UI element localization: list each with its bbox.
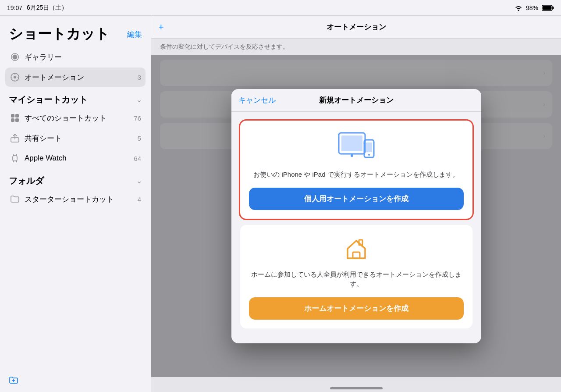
- starter-folder-icon: [10, 194, 20, 204]
- folders-nav: スターターショートカット 4: [0, 189, 151, 210]
- device-icon: [337, 131, 376, 164]
- subtitle-text: 条件の変化に対してデバイスを反応させます。: [160, 43, 289, 50]
- battery-icon: [542, 5, 554, 11]
- status-date: 6月25日（土）: [27, 4, 67, 12]
- svg-line-18: [13, 161, 14, 162]
- sidebar-item-starter[interactable]: スターターショートカット 4: [5, 189, 146, 209]
- starter-label: スターターショートカット: [25, 194, 136, 204]
- sidebar-item-shared[interactable]: 共有シート 5: [5, 128, 146, 148]
- svg-line-19: [16, 161, 17, 162]
- personal-automation-card: お使いの iPhone や iPad で実行するオートメーションを作成します。 …: [240, 121, 472, 219]
- sidebar-automation-label: オートメーション: [25, 72, 136, 82]
- svg-rect-12: [15, 118, 19, 122]
- bottom-bar: [151, 377, 561, 392]
- home-indicator: [330, 387, 383, 389]
- create-home-automation-button[interactable]: ホームオートメーションを作成: [249, 297, 464, 320]
- folders-section-header[interactable]: フォルダ ⌄: [0, 169, 151, 189]
- all-shortcuts-label: すべてのショートカット: [25, 113, 132, 123]
- svg-line-17: [16, 154, 17, 156]
- subtitle-bar: 条件の変化に対してデバイスを反応させます。: [151, 39, 561, 55]
- home-card-icon: [343, 235, 369, 264]
- ipad-iphone-icon: [337, 131, 376, 162]
- sidebar-item-all-shortcuts[interactable]: すべてのショートカット 76: [5, 108, 146, 128]
- all-shortcuts-badge: 76: [134, 114, 141, 122]
- sidebar-gallery-label: ギャラリー: [25, 52, 141, 62]
- svg-rect-28: [353, 252, 360, 258]
- my-shortcuts-title: マイショートカット: [9, 94, 88, 106]
- svg-point-24: [351, 154, 353, 157]
- personal-card-description: お使いの iPhone や iPad で実行するオートメーションを作成します。: [253, 170, 458, 180]
- folders-chevron: ⌄: [136, 177, 142, 185]
- add-folder-icon: [9, 375, 18, 385]
- main-panel-title: オートメーション: [327, 22, 386, 32]
- sidebar-item-gallery[interactable]: ギャラリー: [5, 47, 146, 67]
- sidebar: ショートカット 編集 ギャラリー: [0, 16, 151, 392]
- gallery-icon: [10, 52, 20, 62]
- sidebar-header: ショートカット 編集: [0, 16, 151, 47]
- wifi-icon: [515, 5, 522, 11]
- sidebar-item-apple-watch[interactable]: Apple Watch 64: [5, 149, 146, 168]
- modal-header: キャンセル 新規オートメーション: [231, 89, 481, 112]
- svg-rect-9: [11, 114, 14, 118]
- sidebar-automation-badge: 3: [138, 74, 141, 81]
- battery-text: 98%: [526, 4, 538, 11]
- home-automation-card: ホームに参加している人全員が利用できるオートメーションを作成します。 ホームオー…: [240, 225, 472, 328]
- home-card-description: ホームに参加している人全員が利用できるオートメーションを作成します。: [249, 270, 464, 289]
- shared-label: 共有シート: [25, 133, 136, 143]
- svg-rect-26: [366, 143, 372, 152]
- status-left: 19:07 6月25日（土）: [7, 4, 67, 12]
- svg-rect-15: [13, 156, 17, 161]
- house-icon: [343, 235, 369, 262]
- svg-line-16: [13, 154, 14, 156]
- apple-watch-icon: [10, 153, 20, 164]
- sidebar-nav: ギャラリー オートメーション 3: [0, 47, 151, 88]
- modal-title: 新規オートメーション: [319, 95, 394, 105]
- sidebar-title: ショートカット: [9, 25, 110, 44]
- my-shortcuts-section-header[interactable]: マイショートカット ⌄: [0, 88, 151, 108]
- sidebar-edit-button[interactable]: 編集: [127, 29, 142, 39]
- shared-badge: 5: [138, 135, 141, 142]
- create-personal-automation-button[interactable]: 個人用オートメーションを作成: [249, 188, 464, 210]
- automation-icon: [10, 72, 20, 82]
- starter-badge: 4: [138, 196, 141, 203]
- svg-point-27: [368, 154, 370, 156]
- modal-overlay: キャンセル 新規オートメーション: [151, 55, 561, 377]
- svg-rect-10: [15, 114, 19, 118]
- new-automation-modal: キャンセル 新規オートメーション: [231, 89, 481, 343]
- svg-point-4: [14, 76, 16, 78]
- main-content: › › › キャンセル 新規オートメーション: [151, 55, 561, 377]
- status-right: 98%: [515, 4, 554, 11]
- apple-watch-badge: 64: [134, 155, 141, 162]
- add-automation-button[interactable]: +: [158, 21, 164, 33]
- status-time: 19:07: [7, 4, 22, 11]
- apple-watch-label: Apple Watch: [25, 154, 132, 163]
- main-panel: + オートメーション 条件の変化に対してデバイスを反応させます。 › › ›: [151, 16, 561, 392]
- shared-icon: [10, 133, 20, 143]
- svg-rect-2: [543, 6, 552, 10]
- svg-rect-23: [341, 135, 362, 151]
- svg-rect-11: [11, 118, 14, 122]
- folders-title: フォルダ: [9, 175, 44, 187]
- all-shortcuts-icon: [10, 113, 20, 123]
- sidebar-bottom: [0, 368, 151, 392]
- main-header: + オートメーション: [151, 16, 561, 39]
- add-folder-button[interactable]: [9, 375, 18, 385]
- my-shortcuts-chevron: ⌄: [136, 96, 142, 104]
- svg-rect-1: [553, 7, 554, 9]
- sidebar-item-automation[interactable]: オートメーション 3: [5, 68, 146, 87]
- app-container: ショートカット 編集 ギャラリー: [0, 16, 561, 392]
- modal-cancel-button[interactable]: キャンセル: [238, 95, 276, 105]
- my-shortcuts-nav: すべてのショートカット 76 共有シート 5: [0, 108, 151, 169]
- modal-body: お使いの iPhone や iPad で実行するオートメーションを作成します。 …: [231, 112, 481, 343]
- status-bar: 19:07 6月25日（土） 98%: [0, 0, 561, 16]
